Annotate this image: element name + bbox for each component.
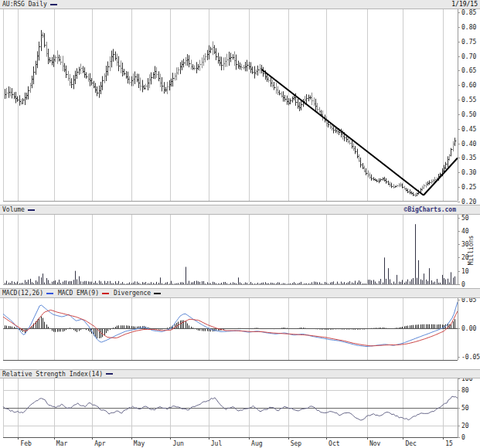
rsi-chart-svg: 1008050200FebMarAprMayJunJulAugSepOctNov…: [0, 378, 480, 448]
svg-text:Millions: Millions: [468, 236, 475, 266]
svg-text:Oct: Oct: [329, 440, 340, 447]
volume-bars: [5, 224, 455, 284]
svg-text:Dec: Dec: [405, 440, 417, 447]
svg-text:Sep: Sep: [291, 440, 302, 447]
trendlines: [261, 70, 458, 195]
price-chart-svg: 0.850.800.750.700.650.600.550.500.450.40…: [0, 9, 480, 205]
svg-text:Mar: Mar: [56, 440, 68, 447]
svg-text:0.05: 0.05: [461, 298, 476, 304]
svg-text:0.80: 0.80: [461, 24, 476, 31]
svg-text:50: 50: [461, 405, 469, 412]
svg-text:Jun: Jun: [172, 440, 184, 447]
macd-line: [3, 302, 458, 347]
bigcharts-watermark: ©BigCharts.com: [404, 205, 456, 214]
svg-text:20: 20: [461, 423, 469, 429]
svg-text:0.00: 0.00: [461, 325, 476, 332]
svg-text:Jul: Jul: [211, 440, 223, 447]
y-axis: 0.050.00-0.05: [458, 298, 480, 361]
svg-text:0.30: 0.30: [461, 169, 476, 176]
svg-text:80: 80: [461, 387, 469, 394]
svg-text:0.45: 0.45: [461, 126, 476, 133]
svg-text:10: 10: [461, 268, 469, 275]
svg-text:0.35: 0.35: [461, 154, 476, 161]
svg-text:50: 50: [461, 215, 469, 222]
macd-legend-strip: MACD(12,26) MACD EMA(9) Divergence: [0, 288, 480, 298]
month-gridlines: [4, 9, 444, 201]
svg-text:0.25: 0.25: [461, 184, 476, 191]
divergence-histogram: [5, 317, 455, 339]
svg-text:0.60: 0.60: [461, 82, 476, 89]
volume-label: Volume: [2, 205, 25, 214]
signal-line: [3, 310, 458, 346]
month-axis-labels: FebMarAprMayJunJulAugSepOctNovDec15: [19, 437, 454, 447]
svg-text:0.65: 0.65: [461, 67, 476, 74]
svg-text:Aug: Aug: [251, 440, 263, 447]
chart-header: AU:RSG Daily 1/19/15: [0, 0, 480, 9]
svg-text:40: 40: [461, 228, 469, 235]
price-bars: [5, 30, 457, 197]
svg-text:0.85: 0.85: [461, 9, 476, 16]
svg-text:Feb: Feb: [20, 440, 32, 447]
macd-chart-svg: 0.050.00-0.05: [0, 298, 480, 369]
svg-text:May: May: [134, 440, 145, 447]
svg-text:0.70: 0.70: [461, 53, 476, 60]
symbol-title: AU:RSG Daily: [2, 0, 47, 8]
month-gridlines: [4, 215, 444, 284]
macd-label: MACD(12,26): [2, 289, 43, 297]
price-legend-dash-icon: [50, 4, 57, 5]
rsi-reference-lines: [3, 391, 458, 426]
svg-text:Nov: Nov: [369, 440, 381, 447]
divergence-legend-dash-icon: [154, 293, 161, 294]
divergence-label: Divergence: [114, 289, 151, 297]
volume-chart-svg: 50403020100Millions: [0, 215, 480, 288]
svg-text:0.55: 0.55: [461, 97, 476, 104]
svg-text:0.75: 0.75: [461, 39, 476, 46]
svg-text:0.40: 0.40: [461, 141, 476, 148]
rsi-label: Relative Strength Index(14): [2, 370, 103, 378]
svg-text:-0.05: -0.05: [461, 354, 480, 361]
rsi-legend-strip: Relative Strength Index(14): [0, 369, 480, 378]
y-axis-unit: Millions: [468, 236, 475, 266]
svg-text:0.20: 0.20: [461, 199, 476, 205]
svg-text:Apr: Apr: [94, 440, 106, 447]
volume-legend-dash-icon: [28, 209, 35, 211]
stock-chart: AU:RSG Daily 1/19/15 0.850.800.750.700.6…: [0, 0, 480, 448]
y-axis: 1008050200: [458, 378, 473, 441]
svg-text:0: 0: [461, 434, 465, 441]
rsi-legend-dash-icon: [106, 373, 113, 375]
macd-ema-label: MACD EMA(9): [58, 289, 99, 297]
volume-legend-strip: Volume ©BigCharts.com: [0, 205, 480, 215]
svg-text:15: 15: [445, 440, 453, 447]
macd-ema-legend-dash-icon: [102, 293, 109, 294]
svg-text:100: 100: [461, 378, 473, 382]
macd-legend-dash-icon: [46, 293, 53, 294]
y-axis: 0.850.800.750.700.650.600.550.500.450.40…: [458, 9, 476, 205]
svg-text:0.50: 0.50: [461, 111, 476, 118]
svg-text:0: 0: [461, 281, 465, 288]
chart-date: 1/19/15: [451, 0, 478, 8]
